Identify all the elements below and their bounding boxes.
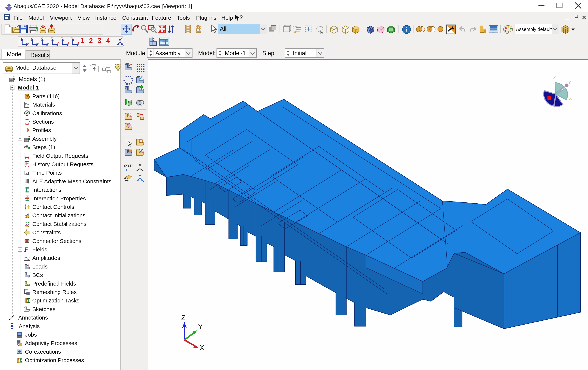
svg-text:X: X [569, 96, 572, 101]
svg-text:Z: Z [181, 314, 185, 322]
svg-text:X: X [200, 344, 204, 352]
svg-text:Y: Y [198, 323, 203, 331]
svg-text:Z: Z [553, 75, 556, 80]
svg-text:Y: Y [568, 80, 571, 85]
